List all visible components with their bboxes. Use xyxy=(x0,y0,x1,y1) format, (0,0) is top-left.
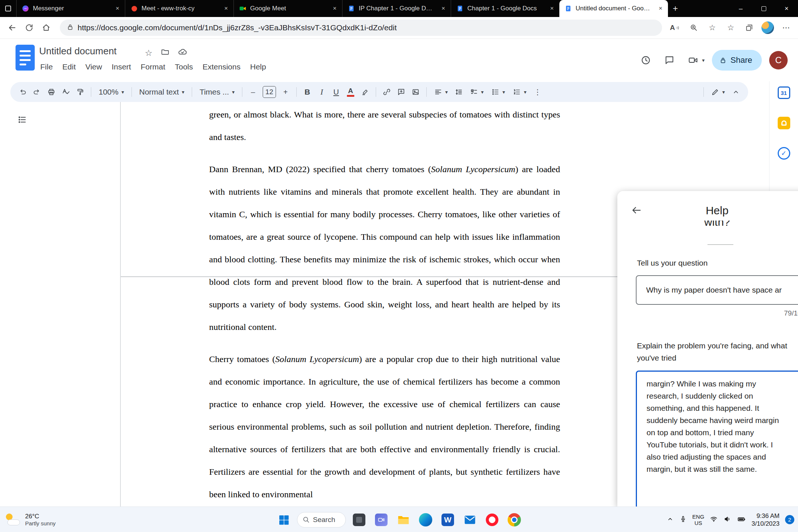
taskbar-search[interactable]: Search xyxy=(297,512,346,528)
menu-help[interactable]: Help xyxy=(245,60,271,74)
file-explorer-icon[interactable] xyxy=(395,511,412,529)
menu-format[interactable]: Format xyxy=(136,60,170,74)
cloud-status-icon[interactable] xyxy=(178,47,187,59)
read-aloud-icon[interactable]: A xyxy=(667,20,683,36)
meet-call-control[interactable]: ▾ xyxy=(685,52,705,68)
home-icon[interactable] xyxy=(38,19,55,36)
increase-font-icon[interactable]: + xyxy=(279,85,293,99)
browser-tab-meet-call[interactable]: Meet - eww-trok-cy × xyxy=(125,0,233,17)
version-history-icon[interactable] xyxy=(638,52,654,68)
browser-profile-avatar[interactable] xyxy=(760,20,776,36)
tab-close-icon[interactable]: × xyxy=(330,4,339,13)
spellcheck-icon[interactable] xyxy=(59,85,73,99)
tab-close-icon[interactable]: × xyxy=(656,4,665,13)
numbered-list-icon[interactable]: ▾ xyxy=(509,85,530,99)
move-folder-icon[interactable] xyxy=(161,47,170,58)
new-tab-button[interactable]: + xyxy=(668,1,683,16)
more-options-icon[interactable]: ⋮ xyxy=(531,85,545,99)
bulleted-list-icon[interactable]: ▾ xyxy=(488,85,509,99)
print-icon[interactable] xyxy=(44,85,58,99)
tab-close-icon[interactable]: × xyxy=(113,4,122,13)
tasks-icon[interactable]: ✓ xyxy=(778,147,790,160)
edge-icon[interactable] xyxy=(417,511,434,529)
calendar-icon[interactable]: 31 xyxy=(778,86,790,99)
back-icon[interactable] xyxy=(4,19,21,36)
redo-icon[interactable] xyxy=(30,85,44,99)
browser-tab-google-meet[interactable]: Google Meet × xyxy=(233,0,342,17)
undo-icon[interactable] xyxy=(16,85,30,99)
question-input[interactable]: Why is my paper doesn't have space ar xyxy=(636,275,798,305)
text-color-icon[interactable]: A xyxy=(344,85,358,99)
highlight-color-icon[interactable] xyxy=(358,85,372,99)
volume-icon[interactable] xyxy=(723,515,732,525)
zoom-select[interactable]: 100% ▾ xyxy=(95,85,128,99)
chat-icon[interactable] xyxy=(372,511,390,529)
align-select[interactable]: ▾ xyxy=(430,85,451,99)
collapse-toolbar-icon[interactable] xyxy=(729,85,743,99)
word-icon[interactable]: W xyxy=(439,511,457,529)
decrease-font-icon[interactable]: – xyxy=(246,85,260,99)
comments-icon[interactable] xyxy=(661,52,678,68)
font-select[interactable]: Times ... ▾ xyxy=(196,85,238,99)
battery-icon[interactable] xyxy=(737,515,746,525)
editing-mode-select[interactable]: ▾ xyxy=(707,85,729,99)
opera-icon[interactable] xyxy=(483,511,501,529)
share-button[interactable]: Share xyxy=(712,50,762,71)
bold-icon[interactable]: B xyxy=(300,85,314,99)
add-comment-icon[interactable] xyxy=(394,85,408,99)
weather-widget[interactable]: 26°C Partly sunny xyxy=(5,507,56,532)
browser-tab-active-untitled[interactable]: Untitled document - Google Docs × xyxy=(559,0,668,17)
document-editing-area[interactable]: green, or almost black. What is more, th… xyxy=(209,103,560,515)
tab-actions-icon[interactable] xyxy=(0,0,16,17)
microphone-icon[interactable] xyxy=(679,515,687,524)
collections-icon[interactable] xyxy=(741,20,757,36)
tab-close-icon[interactable]: × xyxy=(548,4,556,13)
menu-insert[interactable]: Insert xyxy=(107,60,136,74)
menu-file[interactable]: File xyxy=(35,60,58,74)
notification-count-badge[interactable]: 2 xyxy=(785,515,794,524)
italic-icon[interactable]: I xyxy=(315,85,329,99)
keep-icon[interactable] xyxy=(778,117,790,129)
video-call-icon[interactable] xyxy=(685,52,701,68)
document-outline-icon[interactable] xyxy=(15,112,30,127)
start-button[interactable] xyxy=(275,511,293,529)
task-view-icon[interactable] xyxy=(350,511,368,529)
chevron-down-icon[interactable]: ▾ xyxy=(702,57,705,63)
checklist-icon[interactable]: ▾ xyxy=(466,85,487,99)
paint-format-icon[interactable] xyxy=(73,85,87,99)
account-avatar[interactable]: C xyxy=(769,51,788,69)
browser-tab-messenger[interactable]: Messenger × xyxy=(16,0,125,17)
address-bar[interactable]: https://docs.google.com/document/d/1nDs_… xyxy=(60,20,662,36)
explain-textarea[interactable]: margin? While I was making my research, … xyxy=(636,371,798,507)
docs-logo[interactable] xyxy=(16,45,35,71)
insert-image-icon[interactable] xyxy=(409,85,423,99)
line-spacing-icon[interactable] xyxy=(452,85,466,99)
mail-icon[interactable] xyxy=(461,511,479,529)
insert-link-icon[interactable] xyxy=(380,85,394,99)
refresh-icon[interactable] xyxy=(21,19,38,36)
maximize-button[interactable] xyxy=(752,0,775,17)
browser-tab-chapter[interactable]: Chapter 1 - Google Docs × xyxy=(451,0,559,17)
tab-close-icon[interactable]: × xyxy=(222,4,231,13)
menu-edit[interactable]: Edit xyxy=(58,60,81,74)
minimize-button[interactable]: – xyxy=(729,0,752,17)
taskbar-clock[interactable]: 9:36 AM 3/10/2023 xyxy=(751,512,780,528)
star-document-icon[interactable]: ☆ xyxy=(145,48,153,58)
underline-icon[interactable]: U xyxy=(329,85,343,99)
wifi-icon[interactable] xyxy=(710,515,718,525)
favorites-icon[interactable]: ☆ xyxy=(723,20,739,36)
close-window-button[interactable]: × xyxy=(775,0,798,17)
add-favorite-icon[interactable]: ☆ xyxy=(704,20,720,36)
menu-view[interactable]: View xyxy=(81,60,107,74)
hidden-icons-chevron[interactable] xyxy=(666,515,674,524)
browser-tab-ip-chapter[interactable]: IP Chapter 1 - Google Docs × xyxy=(342,0,451,17)
font-size-field[interactable]: 12 xyxy=(263,86,276,98)
document-title[interactable]: Untitled document xyxy=(39,45,117,57)
tab-close-icon[interactable]: × xyxy=(439,4,448,13)
zoom-icon[interactable] xyxy=(686,20,702,36)
chrome-icon[interactable] xyxy=(505,511,523,529)
menu-tools[interactable]: Tools xyxy=(170,60,198,74)
settings-more-icon[interactable]: ⋯ xyxy=(778,20,794,36)
language-indicator[interactable]: ENG US xyxy=(692,514,705,526)
menu-extensions[interactable]: Extensions xyxy=(198,60,245,74)
